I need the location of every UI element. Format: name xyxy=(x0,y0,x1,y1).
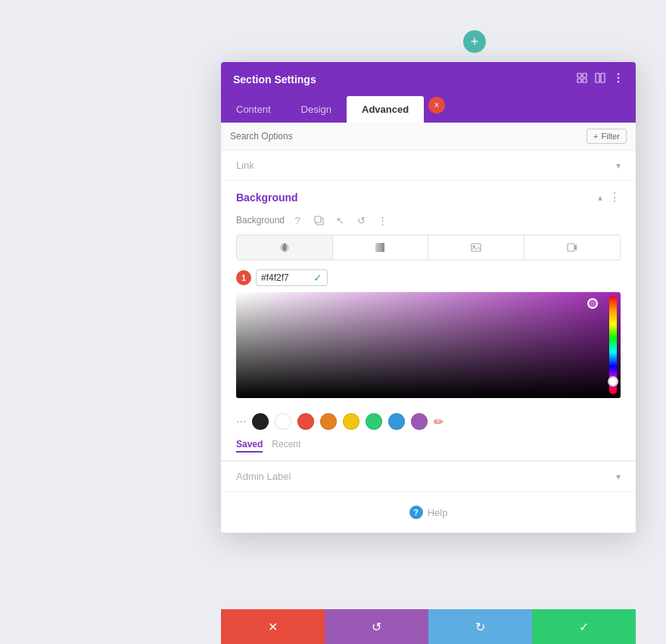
color-picker-area: 1 ✓ xyxy=(236,269,621,398)
tab-design[interactable]: Design xyxy=(286,96,347,123)
modal-header: Section Settings xyxy=(221,62,636,96)
gradient-background xyxy=(236,292,621,398)
swatch-black[interactable] xyxy=(252,413,269,430)
search-input[interactable] xyxy=(230,131,587,142)
svg-rect-15 xyxy=(568,244,574,251)
bg-type-gradient[interactable] xyxy=(333,235,429,260)
cancel-icon: ✕ xyxy=(268,620,278,634)
number-badge: 1 xyxy=(236,270,251,285)
help-question-icon[interactable]: ? xyxy=(289,212,306,229)
background-more-icon[interactable]: ⋮ xyxy=(608,190,621,204)
swatch-purple[interactable] xyxy=(411,413,428,430)
cursor-icon[interactable]: ↖ xyxy=(331,212,348,229)
add-section-button[interactable]: + xyxy=(463,30,486,53)
svg-rect-2 xyxy=(577,79,581,82)
hue-slider-container xyxy=(605,292,621,398)
svg-rect-4 xyxy=(596,73,599,82)
swatch-orange[interactable] xyxy=(320,413,337,430)
undo-button[interactable]: ↺ xyxy=(325,609,428,644)
admin-label-text: Admin Label xyxy=(236,471,291,482)
modal-title: Section Settings xyxy=(233,73,316,86)
hue-slider-track[interactable] xyxy=(609,296,617,394)
redo-icon: ↻ xyxy=(475,620,485,634)
more-options-icon[interactable] xyxy=(613,73,624,86)
help-row: ? Help xyxy=(221,492,636,533)
help-label[interactable]: Help xyxy=(428,507,448,518)
redo-button[interactable]: ↻ xyxy=(428,609,532,644)
background-toolbar-label: Background xyxy=(236,215,285,226)
gradient-picker-container xyxy=(236,292,621,398)
swatch-blue[interactable] xyxy=(388,413,405,430)
svg-rect-5 xyxy=(601,73,605,82)
link-section-label: Link xyxy=(236,160,254,171)
background-toolbar: Background ? ↖ ↺ ⋮ xyxy=(236,212,621,229)
link-section-row[interactable]: Link ▾ xyxy=(221,151,636,181)
modal-content: Link ▾ Background ▴ ⋮ Background ? xyxy=(221,151,636,533)
recent-tab[interactable]: Recent xyxy=(272,439,300,453)
admin-label-section-row[interactable]: Admin Label ▾ xyxy=(221,461,636,492)
admin-label-chevron-icon: ▾ xyxy=(616,471,621,482)
gradient-canvas[interactable] xyxy=(236,292,621,398)
background-header: Background ▴ ⋮ xyxy=(236,190,621,204)
confirm-icon: ✓ xyxy=(579,620,589,634)
filter-plus-icon: + xyxy=(593,132,598,141)
svg-rect-0 xyxy=(577,73,581,77)
columns-icon[interactable] xyxy=(595,73,605,86)
reset-icon[interactable]: ↺ xyxy=(353,212,369,229)
link-chevron-icon: ▾ xyxy=(616,160,621,171)
svg-point-14 xyxy=(473,245,475,247)
svg-rect-1 xyxy=(583,73,587,77)
svg-point-7 xyxy=(618,77,620,79)
hex-confirm-icon[interactable]: ✓ xyxy=(313,272,322,284)
tab-advanced[interactable]: Advanced xyxy=(347,96,424,123)
bg-type-video[interactable] xyxy=(524,235,621,260)
svg-rect-3 xyxy=(583,79,587,82)
gradient-dark-overlay xyxy=(236,292,621,398)
saved-tab[interactable]: Saved xyxy=(236,439,263,453)
copy-icon[interactable] xyxy=(310,212,327,229)
background-title: Background xyxy=(236,191,298,204)
modal-close-button[interactable]: × xyxy=(428,97,445,114)
undo-icon: ↺ xyxy=(372,620,381,634)
bottom-toolbar: ✕ ↺ ↻ ✓ xyxy=(221,609,636,644)
help-icon[interactable]: ? xyxy=(409,506,423,519)
bg-type-color[interactable] xyxy=(237,235,333,260)
bg-type-image[interactable] xyxy=(428,235,524,260)
plus-icon: + xyxy=(471,34,479,50)
hex-input[interactable] xyxy=(261,272,310,283)
filter-label: Filter xyxy=(602,132,620,141)
background-header-right: ▴ ⋮ xyxy=(598,190,621,204)
swatch-red[interactable] xyxy=(297,413,314,430)
swatches-more-icon[interactable]: ··· xyxy=(236,415,246,428)
tab-content[interactable]: Content xyxy=(221,96,286,123)
modal-header-icons xyxy=(577,73,624,86)
swatches-row: ··· ✏ xyxy=(236,407,621,436)
expand-icon[interactable] xyxy=(577,73,587,86)
filter-button[interactable]: + Filter xyxy=(587,129,627,144)
swatch-yellow[interactable] xyxy=(343,413,359,430)
hex-input-wrap: ✓ xyxy=(256,269,328,286)
swatch-green[interactable] xyxy=(366,413,382,430)
hue-slider-handle[interactable] xyxy=(608,376,618,387)
gradient-handle[interactable] xyxy=(587,298,598,309)
tabs: Content Design Advanced xyxy=(221,96,636,123)
background-chevron-up-icon[interactable]: ▴ xyxy=(598,192,602,203)
svg-rect-10 xyxy=(315,216,321,222)
search-bar: + Filter xyxy=(221,123,636,151)
toolbar-more-icon[interactable]: ⋮ xyxy=(374,212,391,229)
eyedropper-icon[interactable]: ✏ xyxy=(434,415,443,429)
hex-row: 1 ✓ xyxy=(236,269,621,286)
svg-rect-12 xyxy=(375,243,384,252)
section-settings-modal: Section Settings xyxy=(221,62,636,533)
svg-point-6 xyxy=(618,73,620,76)
saved-recent-row: Saved Recent xyxy=(236,436,621,460)
confirm-button[interactable]: ✓ xyxy=(532,609,636,644)
swatch-white[interactable] xyxy=(275,413,291,430)
svg-point-8 xyxy=(618,81,620,83)
background-type-tabs xyxy=(236,235,621,260)
cancel-button[interactable]: ✕ xyxy=(221,609,325,644)
background-section: Background ▴ ⋮ Background ? ↖ ↺ ⋮ xyxy=(221,181,636,461)
